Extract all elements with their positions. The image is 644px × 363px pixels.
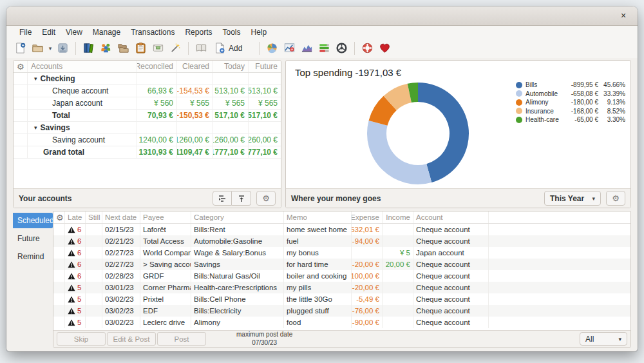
tab-scheduled[interactable]: Scheduled [13, 213, 53, 228]
close-icon[interactable]: × [617, 10, 630, 23]
memo-cell: plugged stuff [284, 305, 352, 317]
filter-dropdown[interactable]: All ▾ [580, 332, 627, 346]
payees-button[interactable] [97, 40, 115, 57]
scheduled-row[interactable]: 503/02/23PrixtelBills:Cell Phonethe litt… [53, 293, 630, 305]
scheduled-row[interactable]: 602/27/23World CompanyWage & Salary:Bonu… [53, 247, 630, 259]
scheduled-column-expense[interactable]: Expense [352, 211, 383, 223]
scheduled-column-memo[interactable]: Memo [284, 211, 352, 223]
scheduled-row[interactable]: 503/01/23Corner PharmaHealth-care:Prescr… [53, 282, 630, 293]
scheduled-row[interactable]: 503/02/23EDFBills:Electricityplugged stu… [53, 305, 630, 317]
report-button[interactable] [281, 40, 298, 57]
category-cell: Automobile:Gasoline [191, 235, 284, 247]
scheduled-column-payee[interactable]: Payee [140, 211, 191, 223]
scheduled-column-account[interactable]: Account [413, 211, 489, 223]
gear-icon: ⚙ [612, 193, 620, 203]
open-file-menu-caret[interactable]: ▾ [46, 45, 54, 52]
menu-reports[interactable]: Reports [181, 27, 216, 37]
account-row-total[interactable]: Total70,93 €-150,53 €517,10 €517,10 € [14, 110, 281, 122]
chart-settings-button[interactable]: ⚙ [606, 191, 625, 206]
category-cell: Alimony [191, 317, 284, 328]
new-document-button[interactable] [12, 40, 29, 57]
skip-button[interactable]: Skip [57, 332, 106, 346]
scheduled-column-income[interactable]: Income [383, 211, 413, 223]
gear-icon[interactable]: ⚙ [14, 61, 28, 72]
category-cell: Savings [191, 259, 284, 270]
scheduled-column-late[interactable]: Late [65, 211, 86, 223]
scheduled-column-still[interactable]: Still [86, 211, 102, 223]
post-button[interactable]: Post [157, 332, 206, 346]
mail-bill-button[interactable] [149, 40, 167, 57]
dashboard-button[interactable] [333, 40, 350, 57]
menu-help[interactable]: Help [247, 27, 271, 37]
account-value: 1310,93 € [137, 146, 177, 158]
scheduled-column-next-date[interactable]: Next date [102, 211, 140, 223]
accounts-column-future[interactable]: Future [249, 61, 281, 72]
gear-icon[interactable]: ⚙ [53, 211, 65, 223]
add-operation-button[interactable]: Add [210, 40, 246, 57]
account-row-saving-account[interactable]: Saving account1240,00 €1260,00 €1260,00 … [14, 134, 281, 146]
legend-item-bills[interactable]: Bills-899,95 €45.66% [516, 81, 625, 90]
scheduled-row[interactable]: 503/02/23Leclerc driveAlimonyfood-90,00 … [53, 317, 630, 328]
scheduled-row[interactable]: 602/15/23LaforêtBills:Renthome sweet hom… [53, 224, 630, 235]
area-chart-button[interactable] [298, 40, 316, 57]
row-gutter [14, 146, 28, 158]
collapse-caret-icon[interactable]: ▾ [34, 75, 37, 82]
collapse-caret-icon[interactable]: ▾ [34, 124, 37, 131]
menu-edit[interactable]: Edit [38, 27, 59, 37]
title-bar[interactable]: × [6, 6, 638, 26]
scheduled-row[interactable]: 602/28/23GRDFBills:Natural Gas/Oilboiler… [53, 270, 630, 282]
period-dropdown[interactable]: This Year ▾ [544, 191, 601, 206]
accounts-column-accounts[interactable]: Accounts [28, 61, 137, 72]
advice-wand-button[interactable] [167, 40, 184, 57]
menu-tools[interactable]: Tools [218, 27, 244, 37]
accounts-column-cleared[interactable]: Cleared [177, 61, 213, 72]
account-value [249, 73, 281, 84]
menu-transactions[interactable]: Transactions [127, 27, 178, 37]
donate-heart-button[interactable] [376, 40, 393, 57]
menu-manage[interactable]: Manage [89, 27, 124, 37]
ledger-button[interactable] [193, 40, 210, 57]
toolbar-separator [188, 42, 189, 55]
open-file-button[interactable] [29, 40, 46, 57]
bar-report-button[interactable] [316, 40, 333, 57]
accounts-button[interactable] [80, 40, 97, 57]
filler-cell [489, 259, 630, 270]
legend-item-health-care[interactable]: Health-care-65,00 €3.30% [516, 115, 625, 124]
accounts-column-today[interactable]: Today [213, 61, 249, 72]
legend-item-insurance[interactable]: Insurance-168,00 €8.52% [516, 107, 625, 116]
scheduled-column-category[interactable]: Category [191, 211, 284, 223]
accounts-settings-button[interactable]: ⚙ [256, 191, 276, 206]
filler-cell [489, 235, 630, 247]
accounts-column-reconciled[interactable]: Reconciled [137, 61, 177, 72]
tab-future[interactable]: Future [13, 231, 53, 246]
next-date-cell: 03/02/23 [102, 293, 140, 305]
account-row-japan-account[interactable]: Japan account¥ 560¥ 565¥ 565¥ 565 [14, 97, 281, 110]
account-row-cheque-account[interactable]: Cheque account66,93 €-154,53 €513,10 €51… [14, 85, 281, 97]
account-row-grand-total[interactable]: Grand total1310,93 €1109,47 €1777,10 €17… [14, 146, 281, 159]
filler-cell [489, 293, 630, 305]
tab-remind[interactable]: Remind [13, 249, 53, 264]
scheduled-row[interactable]: 602/27/23> Saving accountSavingsfor hard… [53, 259, 630, 270]
late-cell: 6 [65, 235, 86, 247]
account-cell: Cheque account [413, 235, 489, 247]
donut-chart[interactable] [363, 79, 473, 188]
categories-button[interactable] [115, 40, 132, 57]
expand-all-button[interactable] [213, 191, 232, 206]
account-value [137, 122, 177, 133]
menu-file[interactable]: File [15, 27, 35, 37]
payee-cell: > Saving account [140, 259, 191, 270]
scheduled-row[interactable]: 602/21/23Total AccessAutomobile:Gasoline… [53, 235, 630, 247]
collapse-all-button[interactable] [232, 191, 251, 206]
scheduled-operations-button[interactable] [132, 40, 149, 57]
account-row-savings[interactable]: ▾Savings [14, 122, 281, 134]
edit-post-button[interactable]: Edit & Post [107, 332, 156, 346]
legend-item-alimony[interactable]: Alimony-180,00 €9.13% [516, 98, 625, 107]
support-button[interactable] [359, 40, 376, 57]
save-button[interactable] [54, 40, 71, 57]
pie-chart-button[interactable] [263, 40, 281, 57]
menu-view[interactable]: View [62, 27, 86, 37]
legend-percent: 45.66% [598, 81, 625, 88]
donut-slice-automobile[interactable] [367, 121, 431, 184]
legend-item-automobile[interactable]: Automobile-658,08 €33.39% [516, 90, 625, 99]
account-row-checking[interactable]: ▾Checking [14, 73, 281, 85]
